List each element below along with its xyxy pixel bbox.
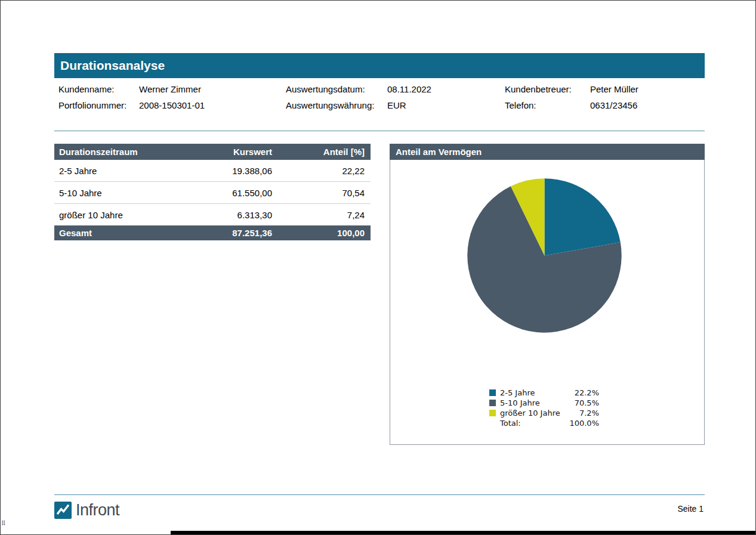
table-total-cell: 100,00 (273, 225, 371, 240)
bottom-edge-bar (171, 531, 755, 534)
chart-panel-title: Anteil am Vermögen (396, 147, 482, 157)
field-label-kundenbetreuer: Kundenbetreuer: (505, 84, 572, 94)
table-cell: 61.550,00 (183, 182, 273, 204)
legend-percent: 22.2% (569, 388, 599, 397)
table-cell: 7,24 (273, 204, 371, 226)
field-label-kundenname: Kundenname: (58, 84, 114, 94)
table-header-row: Durationszeitraum Kurswert Anteil [%] (54, 144, 371, 160)
table-cell: 2-5 Jahre (54, 160, 183, 182)
table-cell: 70,54 (273, 182, 371, 204)
legend-item: 5-10 Jahre70.5% (489, 398, 599, 408)
table-total-row: Gesamt 87.251,36 100,00 (54, 225, 371, 240)
legend-label: Total: (500, 419, 569, 428)
table-cell: 19.388,06 (183, 160, 273, 182)
field-value-auswertungsdatum: 08.11.2022 (387, 84, 431, 94)
table-cell: 22,22 (273, 160, 371, 182)
col-header-durationszeitraum: Durationszeitraum (54, 144, 183, 160)
table-row: 2-5 Jahre 19.388,06 22,22 (54, 160, 371, 182)
legend-item: 2-5 Jahre22.2% (489, 388, 599, 398)
table-total-cell: 87.251,36 (183, 225, 273, 240)
legend-label: 5-10 Jahre (500, 398, 569, 407)
chart-area: 2-5 Jahre22.2%5-10 Jahre70.5%größer 10 J… (390, 160, 705, 445)
chart-panel: Anteil am Vermögen 2-5 Jahre22.2%5-10 Ja… (390, 144, 705, 445)
table-row: größer 10 Jahre 6.313,30 7,24 (54, 204, 371, 226)
table-row: 5-10 Jahre 61.550,00 70,54 (54, 182, 371, 204)
grip-dots-icon: ⠿ (1, 521, 5, 527)
field-value-portfolionummer: 2008-150301-01 (139, 100, 205, 110)
infront-logo-text: Infront (76, 501, 119, 519)
pie-chart (467, 178, 622, 333)
legend-item: größer 10 Jahre7.2% (489, 408, 599, 418)
chart-legend: 2-5 Jahre22.2%5-10 Jahre70.5%größer 10 J… (489, 388, 599, 428)
field-value-kundenbetreuer: Peter Müller (590, 84, 638, 94)
legend-percent: 100.0% (569, 419, 599, 428)
divider-line-bottom (54, 494, 705, 495)
page-title: Durationsanalyse (60, 58, 165, 73)
report-title-bar: Durationsanalyse (54, 53, 705, 78)
report-page: Durationsanalyse Kundenname: Werner Zimm… (0, 0, 756, 535)
duration-table: Durationszeitraum Kurswert Anteil [%] 2-… (54, 144, 371, 240)
pie-slice (545, 178, 621, 255)
field-label-portfolionummer: Portfolionummer: (58, 100, 126, 110)
table-cell: 5-10 Jahre (54, 182, 183, 204)
field-label-auswertungsdatum: Auswertungsdatum: (286, 84, 365, 94)
chart-panel-header: Anteil am Vermögen (390, 144, 705, 160)
legend-swatch (489, 400, 496, 406)
infront-logo: Infront (54, 501, 119, 519)
table-total-cell: Gesamt (54, 225, 183, 240)
field-value-telefon: 0631/23456 (590, 100, 637, 110)
divider-line-top (54, 131, 705, 131)
legend-label: größer 10 Jahre (500, 409, 569, 418)
field-label-telefon: Telefon: (505, 100, 536, 110)
field-label-auswertungswaehrung: Auswertungswährung: (286, 100, 374, 110)
legend-label: 2-5 Jahre (500, 388, 569, 397)
legend-swatch (489, 389, 496, 396)
legend-percent: 70.5% (569, 398, 599, 407)
legend-swatch (489, 410, 496, 416)
table-cell: 6.313,30 (183, 204, 273, 226)
legend-percent: 7.2% (569, 409, 599, 418)
infront-logo-icon (54, 502, 72, 519)
legend-item: Total:100.0% (489, 418, 599, 428)
table-cell: größer 10 Jahre (54, 204, 183, 226)
field-value-kundenname: Werner Zimmer (139, 84, 201, 94)
page-number: Seite 1 (677, 504, 703, 514)
col-header-anteil: Anteil [%] (273, 144, 371, 160)
col-header-kurswert: Kurswert (183, 144, 273, 160)
field-value-auswertungswaehrung: EUR (387, 100, 406, 110)
